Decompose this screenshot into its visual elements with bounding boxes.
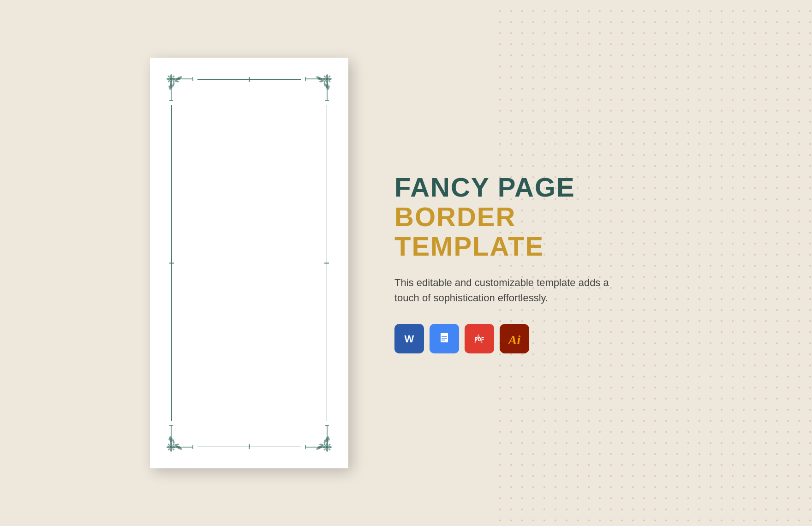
tick-bottom bbox=[249, 444, 250, 449]
svg-point-10 bbox=[172, 75, 175, 78]
svg-point-17 bbox=[174, 80, 179, 83]
docs-icon[interactable] bbox=[430, 324, 459, 353]
svg-point-9 bbox=[167, 75, 170, 78]
svg-point-64 bbox=[322, 446, 326, 448]
svg-point-18 bbox=[172, 82, 175, 87]
svg-point-47 bbox=[167, 448, 170, 451]
svg-point-75 bbox=[323, 439, 326, 444]
svg-point-7 bbox=[172, 78, 176, 80]
border-frame bbox=[163, 71, 335, 455]
description-text: This editable and customizable template … bbox=[394, 275, 616, 305]
svg-point-45 bbox=[172, 446, 176, 448]
svg-point-69 bbox=[323, 443, 326, 446]
svg-point-66 bbox=[328, 448, 331, 451]
svg-text:W: W bbox=[405, 333, 414, 345]
svg-point-24 bbox=[326, 74, 328, 78]
svg-point-6 bbox=[167, 78, 170, 80]
document-preview bbox=[150, 58, 348, 468]
svg-point-36 bbox=[319, 80, 324, 83]
corner-bottom-left bbox=[163, 418, 200, 455]
tick-left bbox=[169, 263, 174, 263]
tick-right bbox=[324, 263, 329, 263]
pdf-icon[interactable]: PDF bbox=[465, 324, 494, 353]
title-line1: FANCY PAGE bbox=[394, 173, 662, 202]
svg-text:Ai: Ai bbox=[508, 333, 521, 347]
svg-point-30 bbox=[328, 80, 331, 83]
illustrator-icon[interactable]: Ai bbox=[500, 324, 529, 353]
svg-point-5 bbox=[170, 74, 172, 78]
content-area: FANCY PAGE BORDER TEMPLATE This editable… bbox=[150, 58, 662, 468]
svg-point-12 bbox=[172, 80, 175, 83]
svg-point-48 bbox=[172, 448, 175, 451]
tick-top bbox=[249, 77, 250, 82]
svg-point-49 bbox=[167, 443, 170, 446]
svg-point-67 bbox=[323, 448, 326, 451]
svg-point-29 bbox=[323, 75, 326, 78]
corner-bottom-right bbox=[299, 418, 335, 455]
svg-point-62 bbox=[326, 448, 328, 452]
svg-point-26 bbox=[322, 78, 326, 80]
svg-point-55 bbox=[174, 443, 179, 446]
word-icon[interactable]: W bbox=[394, 324, 424, 353]
svg-point-50 bbox=[172, 443, 175, 446]
svg-point-8 bbox=[170, 80, 172, 84]
svg-point-28 bbox=[328, 75, 331, 78]
svg-point-11 bbox=[167, 80, 170, 83]
svg-point-43 bbox=[170, 448, 172, 452]
svg-point-25 bbox=[328, 78, 332, 80]
text-content: FANCY PAGE BORDER TEMPLATE This editable… bbox=[394, 173, 662, 353]
svg-point-63 bbox=[328, 446, 332, 448]
svg-point-37 bbox=[323, 82, 326, 87]
title-line2: BORDER TEMPLATE bbox=[394, 202, 662, 261]
svg-point-68 bbox=[328, 443, 331, 446]
main-container: FANCY PAGE BORDER TEMPLATE This editable… bbox=[0, 0, 812, 526]
corner-top-right bbox=[299, 71, 335, 108]
app-icons-row: W bbox=[394, 324, 662, 353]
svg-point-65 bbox=[326, 442, 328, 446]
svg-point-44 bbox=[167, 446, 170, 448]
svg-point-27 bbox=[326, 80, 328, 84]
svg-point-74 bbox=[319, 443, 324, 446]
svg-point-46 bbox=[170, 442, 172, 446]
svg-point-31 bbox=[323, 80, 326, 83]
corner-top-left bbox=[163, 71, 200, 108]
svg-point-56 bbox=[172, 439, 175, 444]
svg-rect-79 bbox=[441, 333, 448, 342]
